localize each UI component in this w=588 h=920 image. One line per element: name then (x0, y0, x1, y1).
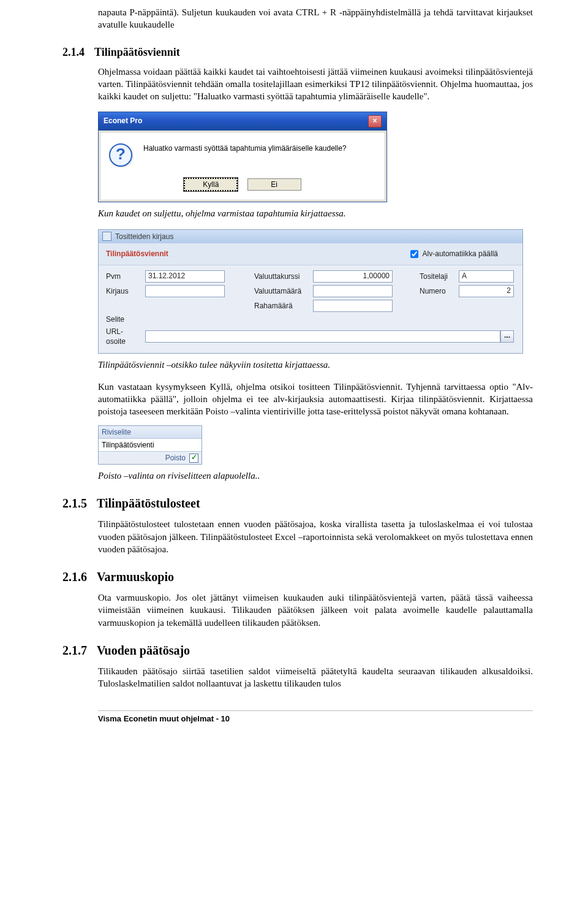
yes-button[interactable]: Kyllä (184, 178, 238, 191)
heading-217: 2.1.7Vuoden päätösajo (62, 642, 533, 659)
numero-input[interactable]: 2 (459, 285, 514, 297)
numero-label: Numero (420, 286, 455, 296)
sec217-paragraph: Tilikauden päätösajo siirtää tasetilien … (98, 665, 533, 690)
rahamaara-label: Rahamäärä (254, 301, 309, 311)
page-footer: Visma Econetin muut ohjelmat - 10 (98, 713, 533, 724)
tositelaji-input[interactable]: A (459, 270, 514, 283)
riviselite-value[interactable]: Tilinpäätösvienti (99, 439, 202, 451)
entry-window-titlebar[interactable]: Tositteiden kirjaus (99, 230, 522, 243)
sec215-paragraph: Tilinpäätöstulosteet tulostetaan ennen v… (98, 518, 533, 555)
valuuttamaara-input[interactable] (313, 285, 393, 297)
question-icon: ? (109, 143, 132, 167)
entry-window-title: Tositteiden kirjaus (115, 232, 173, 241)
heading-217-title: Vuoden päätösajo (97, 644, 190, 657)
valuuttakurssi-input[interactable]: 1,00000 (313, 270, 393, 283)
selite-label: Selite (106, 314, 514, 324)
riviselite-header: Riviselite (99, 426, 202, 439)
entry-window: Tositteiden kirjaus Tilinpäätösviennit A… (98, 229, 523, 354)
riviselite-panel: Riviselite Tilinpäätösvienti Poisto ✓ (98, 425, 202, 465)
pvm-label: Pvm (106, 272, 141, 281)
valuuttamaara-label: Valuuttamäärä (254, 286, 309, 296)
poisto-label: Poisto (165, 453, 186, 463)
url-input[interactable] (145, 330, 500, 343)
caption-3: Poisto –valinta on riviselitteen alapuol… (98, 470, 533, 482)
tositelaji-label: Tositelaji (420, 272, 455, 281)
heading-215-title: Tilinpäätöstulosteet (97, 496, 200, 510)
alv-checkbox-label: Alv-automatiikka päällä (423, 249, 498, 259)
econet-dialog-titlebar[interactable]: Econet Pro × (99, 112, 386, 131)
no-button[interactable]: Ei (247, 178, 301, 191)
valuuttakurssi-label: Valuuttakurssi (254, 272, 309, 281)
sec214-paragraph-2: Kun vastataan kysymykseen Kyllä, ohjelma… (98, 381, 533, 418)
econet-dialog-message: Haluatko varmasti syöttää tapahtumia yli… (143, 143, 347, 153)
caption-1: Kun kaudet on suljettu, ohjelma varmista… (98, 207, 533, 219)
intro-paragraph: napauta P-näppäintä). Suljetun kuukauden… (98, 6, 533, 31)
heading-214: 2.1.4Tilinpäätösviennit (62, 45, 533, 59)
heading-216-number: 2.1.6 (62, 569, 97, 585)
rahamaara-input[interactable] (313, 300, 393, 312)
heading-217-number: 2.1.7 (62, 642, 97, 659)
heading-216: 2.1.6Varmuuskopio (62, 569, 533, 585)
url-label: URL- osoite (106, 327, 141, 346)
heading-215: 2.1.5Tilinpäätöstulosteet (62, 495, 533, 512)
kirjaus-input[interactable] (145, 285, 225, 297)
caption-2: Tilinpäätösviennit –otsikko tulee näkyvi… (98, 359, 533, 371)
heading-214-number: 2.1.4 (62, 45, 94, 59)
kirjaus-label: Kirjaus (106, 286, 141, 296)
sec214-paragraph-1: Ohjelmassa voidaan päättää kaikki kaudet… (98, 66, 533, 103)
footer-divider (98, 710, 533, 711)
window-icon (102, 232, 111, 241)
poisto-checkbox[interactable]: ✓ (189, 454, 198, 463)
econet-dialog: Econet Pro × ? Haluatko varmasti syöttää… (98, 112, 387, 202)
close-icon[interactable]: × (368, 115, 382, 127)
econet-dialog-title: Econet Pro (104, 116, 142, 126)
sec216-paragraph: Ota varmuuskopio. Jos olet jättänyt viim… (98, 591, 533, 629)
entry-header-text: Tilinpäätösviennit (106, 249, 168, 259)
heading-216-title: Varmuuskopio (97, 570, 174, 584)
alv-checkbox-input[interactable] (410, 250, 418, 258)
heading-214-title: Tilinpäätösviennit (94, 46, 180, 58)
pvm-input[interactable]: 31.12.2012 (145, 270, 225, 283)
alv-checkbox[interactable]: Alv-automatiikka päällä (408, 248, 498, 260)
heading-215-number: 2.1.5 (62, 495, 97, 512)
url-browse-button[interactable]: ... (500, 330, 514, 343)
